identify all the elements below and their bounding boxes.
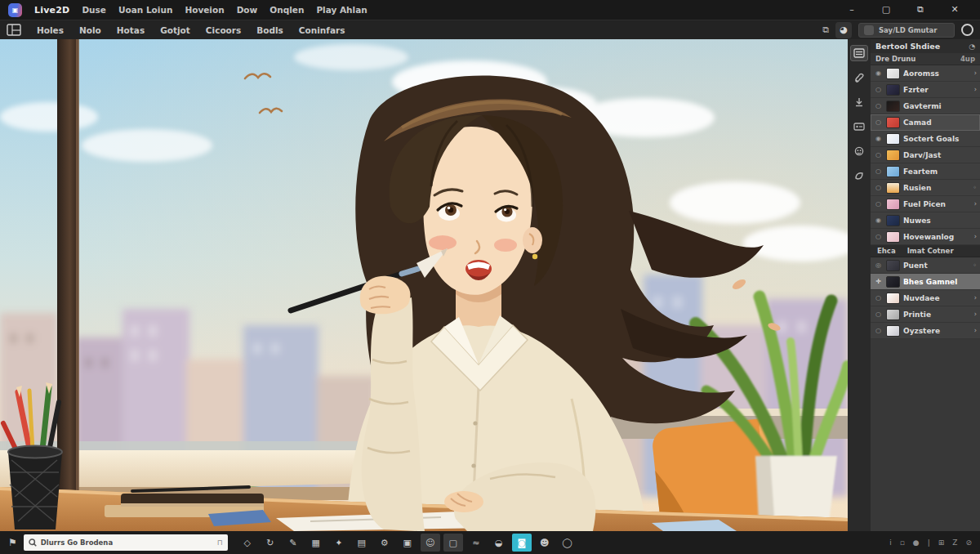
visibility-toggle-icon[interactable]: ○ [874,151,883,159]
visibility-toggle-icon[interactable]: ○ [874,294,883,302]
visibility-toggle-icon[interactable]: ○ [874,327,883,334]
panel-settings-icon[interactable]: ◔ [969,42,975,51]
layer-row[interactable]: ◎ Puent ◦ [871,257,980,274]
globe-icon[interactable] [961,24,973,36]
menu-item-1[interactable]: Uoan Loiun [118,5,172,15]
status-frame-icon[interactable]: ▫ [900,538,905,547]
layer-row[interactable]: ○ Camad [871,114,980,131]
visibility-toggle-icon[interactable]: ○ [874,168,883,175]
building-tool-icon[interactable]: ▦ [306,534,326,552]
canvas-viewport[interactable] [0,39,848,531]
visibility-toggle-icon[interactable]: ○ [874,118,883,126]
layer-row[interactable]: ◉ Nuwes [871,212,980,229]
maximize-button[interactable]: ▢ [869,0,903,20]
wand-tool-icon[interactable]: ✦ [329,534,349,552]
toolbar-tab-4[interactable]: Cicoors [206,25,241,35]
layer-expand-icon[interactable]: ◦ [970,184,977,191]
visibility-toggle-icon[interactable]: ◎ [874,261,883,269]
brush-tool-icon[interactable]: ✎ [283,534,303,552]
toolbar-tab-5[interactable]: Bodls [256,25,283,35]
layer-expand-icon[interactable]: ◦ [970,261,977,269]
visibility-toggle-icon[interactable]: ○ [874,102,883,109]
layer-row[interactable]: ○ Feartem [871,163,980,180]
menu-item-0[interactable]: Duse [82,5,106,15]
visibility-toggle-icon[interactable]: ◉ [874,69,883,77]
person-tool-icon[interactable]: ☺ [421,534,440,552]
layer-row[interactable]: ○ Gavtermi [871,98,980,114]
status-info-icon[interactable]: i [889,538,892,547]
layer-row[interactable]: ○ Nuvdaee › [871,290,980,306]
layer-row[interactable]: ○ Fuel Picen › [871,196,980,212]
restore-button[interactable]: ⧉ [903,0,938,20]
layer-row[interactable]: ◉ Soctert Goals [871,131,980,147]
section-tab-0[interactable]: Ehca [877,247,896,255]
status-disable-icon[interactable]: ⊘ [965,538,972,547]
toggle-tool-icon[interactable]: ◒ [489,534,509,552]
toolbar-tab-6[interactable]: Coninfars [299,25,345,35]
menu-item-2[interactable]: Hoveion [185,5,224,15]
search-input[interactable]: Dlurrs Go Brodena [41,538,213,547]
visibility-toggle-icon[interactable]: ○ [874,86,883,93]
canvas-illustration[interactable] [0,39,848,531]
layout-grid-icon[interactable] [7,24,21,36]
status-zoom-icon[interactable]: Z [952,538,957,547]
layer-expand-icon[interactable]: › [970,294,977,302]
status-grid-icon[interactable]: ⊞ [938,538,945,547]
layer-row[interactable]: ◉ Aoromss › [871,65,980,82]
visibility-toggle-icon[interactable]: ✛ [874,278,883,285]
toolbar-tab-1[interactable]: Nolo [79,25,101,35]
mesh-tool-icon[interactable]: ▤ [352,534,372,552]
hammer-tool-icon[interactable]: ⚙ [375,534,394,552]
layer-expand-icon[interactable]: › [970,200,977,208]
layer-row-selected[interactable]: ✛ Bhes Gamnel [871,274,980,290]
search-box[interactable]: Dlurrs Go Brodena ⊓ [24,534,228,551]
layer-row[interactable]: ○ Printie › [871,306,980,323]
visibility-toggle-icon[interactable]: ○ [874,200,883,208]
status-record-icon[interactable]: ● [913,538,920,547]
layers-panel-icon[interactable] [850,45,868,61]
menu-item-5[interactable]: Play Ahlan [316,5,367,15]
paint-tool-icon[interactable]: ◙ [512,534,532,552]
minimize-button[interactable]: – [835,0,869,20]
layer-row[interactable]: ○ Hovewanlog › [871,229,980,245]
visibility-toggle-icon[interactable]: ◉ [874,217,883,224]
workspace-selector[interactable]: Say/LD Gmutar [858,23,955,38]
layer-thumbnail [886,166,900,177]
close-button[interactable]: ✕ [938,0,972,20]
menu-item-4[interactable]: Onqlen [270,5,304,15]
curve-tool-icon[interactable]: ≈ [466,534,486,552]
visibility-toggle-icon[interactable]: ○ [874,233,883,240]
toolbar-tab-3[interactable]: Gotjot [160,25,190,35]
flag-tool-icon[interactable]: ⚑ [8,537,17,548]
user-add-tool-icon[interactable]: ☻ [535,534,555,552]
menu-item-3[interactable]: Dow [237,5,258,15]
layer-row[interactable]: ○ Fzrter › [871,82,980,98]
layer-expand-icon[interactable]: › [970,233,977,240]
card-panel-icon[interactable] [850,118,868,135]
layer-row[interactable]: ○ Darv/Jast [871,147,980,163]
visibility-toggle-icon[interactable]: ○ [874,311,883,318]
layer-row[interactable]: ○ Oyzstere › [871,323,980,339]
history-tool-icon[interactable]: ↻ [261,534,280,552]
chat-tool-icon[interactable]: ◯ [558,534,577,552]
layer-expand-icon[interactable]: › [970,69,977,77]
frame-tool-icon[interactable]: ▢ [443,534,463,552]
visibility-toggle-icon[interactable]: ◉ [874,135,883,142]
download-panel-icon[interactable] [850,94,868,110]
layer-expand-icon[interactable]: › [970,327,977,334]
brush-panel-icon[interactable] [850,69,868,86]
layer-expand-icon[interactable]: › [970,86,977,93]
layer-expand-icon[interactable]: › [970,311,977,318]
snap-icon[interactable]: ⧉ [822,25,829,35]
toolbar-tab-2[interactable]: Hotas [117,25,145,35]
face-panel-icon[interactable] [850,143,868,159]
color-wheel-button[interactable]: ◕ [835,22,852,38]
section-tab-1[interactable]: Imat Cotner [907,247,954,255]
shape-tool-icon[interactable]: ◇ [238,534,257,552]
shape-panel-icon[interactable] [850,168,868,184]
visibility-toggle-icon[interactable]: ○ [874,184,883,191]
panel-subheader-badge[interactable]: 4up [960,55,975,63]
layer-row[interactable]: ○ Rusien ◦ [871,180,980,196]
toolbar-tab-0[interactable]: Holes [37,25,64,35]
export-tool-icon[interactable]: ▣ [398,534,417,552]
